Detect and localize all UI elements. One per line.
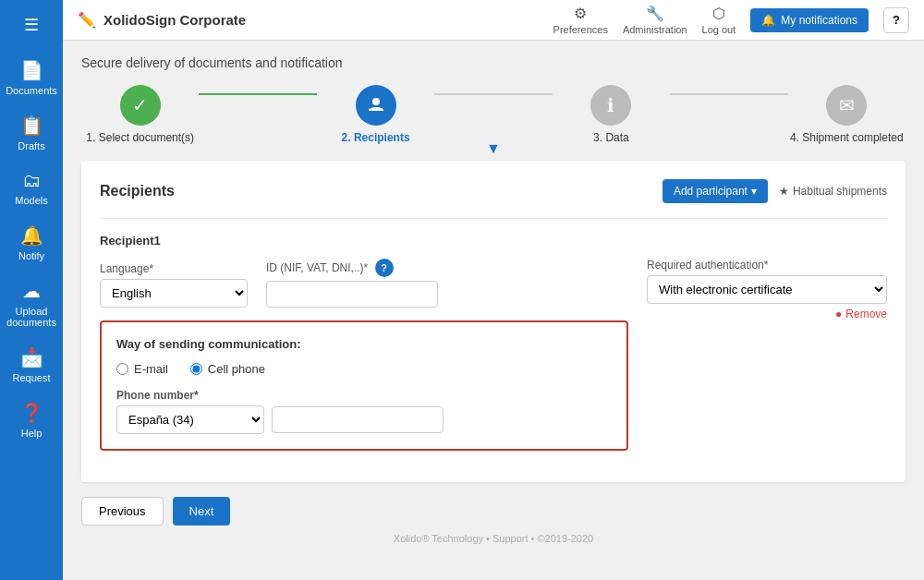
preferences-label: Preferences [553,24,608,35]
remove-label: Remove [845,308,887,320]
way-of-sending-title: Way of sending communication: [116,337,612,351]
connector-2 [434,93,552,95]
required-auth-select[interactable]: With electronic certificate [647,275,887,304]
notifications-button[interactable]: 🔔 My notifications [750,8,869,32]
administration-icon: 🔧 [646,5,664,22]
administration-button[interactable]: 🔧 Administration [623,5,687,35]
dropdown-arrow-icon: ▾ [751,185,757,198]
drafts-icon: 📋 [20,115,43,137]
form-right: Required authentication* With electronic… [647,259,887,464]
language-select[interactable]: English [100,279,248,308]
phone-number-label: Phone number* [116,389,612,402]
bottom-navigation: Previous Next [81,497,906,526]
stepper: ✓ 1. Select document(s) 2. Recipients ℹ … [81,85,906,144]
phone-number-group: Phone number* España (34) [116,389,612,434]
step-shipment: ✉ 4. Shipment completed [788,85,906,144]
sidebar-item-label: Drafts [18,140,44,151]
required-auth-group: Required authentication* With electronic… [647,259,887,304]
sending-method-radio-group: E-mail Cell phone [116,362,612,376]
id-group: ID (NIF, VAT, DNI,..)* ? [266,259,438,308]
previous-button[interactable]: Previous [81,497,164,526]
sidebar-item-documents[interactable]: 📄 Documents [0,50,63,105]
add-participant-button[interactable]: Add participant ▾ [663,179,768,203]
phone-select-wrapper: España (34) [116,405,612,434]
help-button[interactable]: ? [883,7,909,33]
connector-3 [670,93,787,95]
star-icon: ★ [779,185,789,198]
connector-1 [199,93,316,95]
step-select-label: 1. Select document(s) [86,131,194,144]
cell-phone-radio[interactable] [190,363,202,375]
language-label: Language* [100,262,248,275]
menu-button[interactable]: ☰ [17,7,46,42]
language-id-row: Language* English ID (NIF, VAT, DNI,..)*… [100,259,628,308]
main-content: ✏️ XolidoSign Corporate ⚙ Preferences 🔧 … [63,0,924,580]
logout-label: Log out [702,24,736,35]
preferences-button[interactable]: ⚙ Preferences [553,5,608,35]
step-shipment-label: 4. Shipment completed [790,131,904,144]
sidebar-item-label: Help [21,428,43,439]
notify-icon: 🔔 [20,224,43,247]
remove-button[interactable]: ● Remove [835,308,887,320]
card-title: Recipients [100,183,175,199]
phone-country-select[interactable]: España (34) [116,405,264,434]
sidebar-item-upload[interactable]: ☁ Upload documents [0,271,63,337]
way-of-sending-box: Way of sending communication: E-mail Cel… [100,320,628,451]
pencil-icon: ✏️ [78,11,96,29]
sidebar-item-drafts[interactable]: 📋 Drafts [0,105,63,161]
preferences-icon: ⚙ [574,5,587,22]
remove-icon: ● [835,308,842,320]
step-shipment-circle: ✉ [826,85,867,126]
id-help-icon[interactable]: ? [375,259,394,277]
app-title: XolidoSign Corporate [103,12,246,28]
step-recipients-label: 2. Recipients [342,131,410,144]
next-button[interactable]: Next [173,497,231,526]
topbar: ✏️ XolidoSign Corporate ⚙ Preferences 🔧 … [63,0,924,41]
upload-icon: ☁ [22,280,41,302]
id-input[interactable] [266,281,438,308]
sidebar-item-help[interactable]: ❓ Help [0,393,63,448]
step-data: ℹ 3. Data [553,85,670,144]
required-auth-label: Required authentication* [647,259,887,272]
language-group: Language* English [100,262,248,308]
id-label-text: ID (NIF, VAT, DNI,..)* [266,261,368,274]
email-radio[interactable] [116,363,128,375]
sidebar: ☰ 📄 Documents 📋 Drafts 🗂 Models 🔔 Notify… [0,0,63,580]
id-label: ID (NIF, VAT, DNI,..)* ? [266,259,438,277]
habitual-shipments-label: Habitual shipments [793,185,887,198]
step-recipients-circle [356,85,396,126]
sidebar-item-models[interactable]: 🗂 Models [0,161,63,215]
app-title-area: ✏️ XolidoSign Corporate [78,11,246,29]
step-recipients: 2. Recipients [317,85,434,144]
page-area: Secure delivery of documents and notific… [63,41,924,580]
sidebar-item-label: Documents [6,85,57,96]
cell-phone-radio-option[interactable]: Cell phone [190,362,265,376]
sidebar-item-label: Upload documents [4,306,59,328]
logout-button[interactable]: ⬡ Log out [702,5,736,35]
phone-number-input[interactable] [272,406,444,433]
step-select: ✓ 1. Select document(s) [81,85,199,144]
sidebar-item-label: Models [15,195,47,206]
notifications-label: My notifications [781,14,857,27]
sidebar-item-label: Notify [18,250,44,261]
habitual-shipments-button[interactable]: ★ Habitual shipments [779,185,887,198]
svg-point-0 [372,98,380,105]
sidebar-item-label: Request [13,372,51,383]
email-label: E-mail [134,362,168,376]
add-participant-label: Add participant [674,185,748,198]
logout-icon: ⬡ [712,5,725,22]
footer: Xolido® Technology • Support • ©2019-202… [81,526,906,548]
card-header: Recipients Add participant ▾ ★ Habitual … [100,179,887,203]
sidebar-item-request[interactable]: 📩 Request [0,337,63,393]
email-radio-option[interactable]: E-mail [116,362,168,376]
step-data-label: 3. Data [593,131,629,144]
help-icon: ❓ [20,402,43,424]
models-icon: 🗂 [22,170,41,191]
divider [100,218,887,219]
administration-label: Administration [623,24,687,35]
step-arrow: ▼ [81,140,906,157]
request-icon: 📩 [20,346,43,369]
card-actions: Add participant ▾ ★ Habitual shipments [663,179,887,203]
form-layout: Language* English ID (NIF, VAT, DNI,..)*… [100,259,887,464]
sidebar-item-notify[interactable]: 🔔 Notify [0,215,63,271]
